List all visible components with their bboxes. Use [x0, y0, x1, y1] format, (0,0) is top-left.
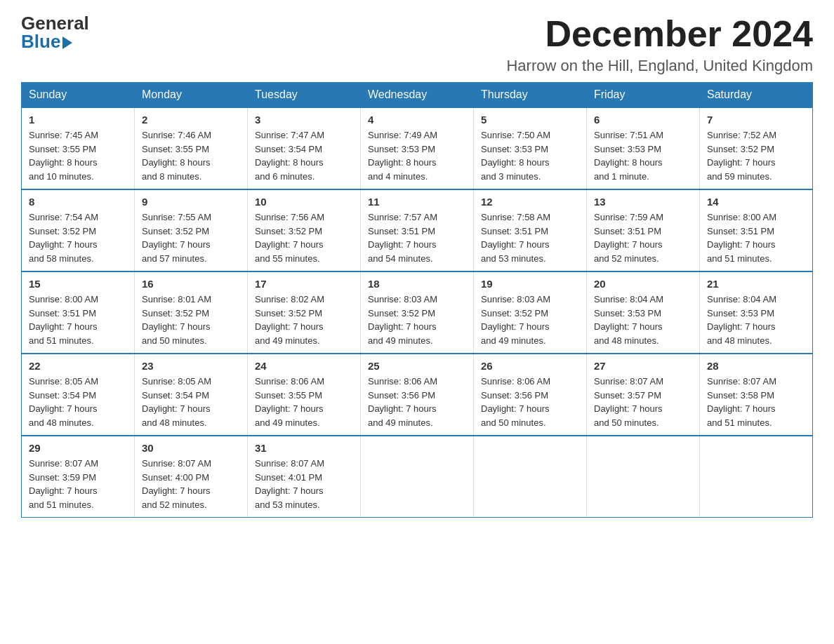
calendar-cell: 5 Sunrise: 7:50 AM Sunset: 3:53 PM Dayli… — [474, 107, 587, 189]
calendar-cell: 16 Sunrise: 8:01 AM Sunset: 3:52 PM Dayl… — [135, 271, 248, 354]
calendar-cell: 25 Sunrise: 8:06 AM Sunset: 3:56 PM Dayl… — [361, 354, 474, 436]
day-number: 26 — [481, 360, 579, 372]
weekday-header-monday: Monday — [135, 83, 248, 108]
calendar-cell: 11 Sunrise: 7:57 AM Sunset: 3:51 PM Dayl… — [361, 189, 474, 271]
day-info: Sunrise: 8:05 AM Sunset: 3:54 PM Dayligh… — [142, 375, 240, 429]
calendar-cell: 12 Sunrise: 7:58 AM Sunset: 3:51 PM Dayl… — [474, 189, 587, 271]
day-info: Sunrise: 8:06 AM Sunset: 3:56 PM Dayligh… — [481, 375, 579, 429]
day-info: Sunrise: 8:07 AM Sunset: 3:59 PM Dayligh… — [29, 457, 127, 511]
day-number: 9 — [142, 196, 240, 208]
calendar-cell: 21 Sunrise: 8:04 AM Sunset: 3:53 PM Dayl… — [700, 271, 813, 354]
calendar-cell: 7 Sunrise: 7:52 AM Sunset: 3:52 PM Dayli… — [700, 107, 813, 189]
calendar-week-row: 29 Sunrise: 8:07 AM Sunset: 3:59 PM Dayl… — [22, 436, 813, 518]
day-info: Sunrise: 7:58 AM Sunset: 3:51 PM Dayligh… — [481, 210, 579, 265]
day-info: Sunrise: 7:49 AM Sunset: 3:53 PM Dayligh… — [368, 128, 466, 183]
calendar-cell: 14 Sunrise: 8:00 AM Sunset: 3:51 PM Dayl… — [700, 189, 813, 271]
day-number: 31 — [255, 442, 353, 454]
day-info: Sunrise: 8:04 AM Sunset: 3:53 PM Dayligh… — [707, 293, 805, 347]
calendar-cell: 2 Sunrise: 7:46 AM Sunset: 3:55 PM Dayli… — [135, 107, 248, 189]
calendar-week-row: 1 Sunrise: 7:45 AM Sunset: 3:55 PM Dayli… — [22, 107, 813, 189]
title-block: December 2024 Harrow on the Hill, Englan… — [506, 14, 813, 75]
calendar-table: SundayMondayTuesdayWednesdayThursdayFrid… — [21, 82, 813, 518]
day-info: Sunrise: 8:07 AM Sunset: 4:00 PM Dayligh… — [142, 457, 240, 511]
day-info: Sunrise: 7:57 AM Sunset: 3:51 PM Dayligh… — [368, 210, 466, 265]
day-number: 2 — [142, 114, 240, 126]
day-info: Sunrise: 8:00 AM Sunset: 3:51 PM Dayligh… — [707, 210, 805, 265]
day-info: Sunrise: 7:47 AM Sunset: 3:54 PM Dayligh… — [255, 128, 353, 183]
day-info: Sunrise: 8:04 AM Sunset: 3:53 PM Dayligh… — [594, 293, 692, 347]
day-number: 7 — [707, 114, 805, 126]
day-number: 27 — [594, 360, 692, 372]
calendar-cell: 22 Sunrise: 8:05 AM Sunset: 3:54 PM Dayl… — [22, 354, 135, 436]
calendar-cell: 17 Sunrise: 8:02 AM Sunset: 3:52 PM Dayl… — [248, 271, 361, 354]
weekday-header-tuesday: Tuesday — [248, 83, 361, 108]
day-info: Sunrise: 8:03 AM Sunset: 3:52 PM Dayligh… — [481, 293, 579, 347]
calendar-cell: 9 Sunrise: 7:55 AM Sunset: 3:52 PM Dayli… — [135, 189, 248, 271]
weekday-header-wednesday: Wednesday — [361, 83, 474, 108]
day-number: 3 — [255, 114, 353, 126]
calendar-cell: 13 Sunrise: 7:59 AM Sunset: 3:51 PM Dayl… — [587, 189, 700, 271]
day-number: 25 — [368, 360, 466, 372]
day-info: Sunrise: 8:07 AM Sunset: 3:57 PM Dayligh… — [594, 375, 692, 429]
day-number: 13 — [594, 196, 692, 208]
day-number: 19 — [481, 278, 579, 290]
day-number: 14 — [707, 196, 805, 208]
calendar-cell: 4 Sunrise: 7:49 AM Sunset: 3:53 PM Dayli… — [361, 107, 474, 189]
calendar-cell: 26 Sunrise: 8:06 AM Sunset: 3:56 PM Dayl… — [474, 354, 587, 436]
day-number: 20 — [594, 278, 692, 290]
day-info: Sunrise: 8:00 AM Sunset: 3:51 PM Dayligh… — [29, 293, 127, 347]
day-number: 16 — [142, 278, 240, 290]
day-number: 4 — [368, 114, 466, 126]
calendar-week-row: 8 Sunrise: 7:54 AM Sunset: 3:52 PM Dayli… — [22, 189, 813, 271]
calendar-cell: 31 Sunrise: 8:07 AM Sunset: 4:01 PM Dayl… — [248, 436, 361, 518]
day-number: 5 — [481, 114, 579, 126]
day-number: 10 — [255, 196, 353, 208]
calendar-cell: 23 Sunrise: 8:05 AM Sunset: 3:54 PM Dayl… — [135, 354, 248, 436]
day-number: 8 — [29, 196, 127, 208]
day-info: Sunrise: 7:56 AM Sunset: 3:52 PM Dayligh… — [255, 210, 353, 265]
month-title: December 2024 — [506, 14, 813, 54]
day-info: Sunrise: 7:59 AM Sunset: 3:51 PM Dayligh… — [594, 210, 692, 265]
calendar-cell: 27 Sunrise: 8:07 AM Sunset: 3:57 PM Dayl… — [587, 354, 700, 436]
day-info: Sunrise: 8:07 AM Sunset: 3:58 PM Dayligh… — [707, 375, 805, 429]
day-number: 11 — [368, 196, 466, 208]
calendar-cell: 18 Sunrise: 8:03 AM Sunset: 3:52 PM Dayl… — [361, 271, 474, 354]
weekday-header-friday: Friday — [587, 83, 700, 108]
day-info: Sunrise: 8:07 AM Sunset: 4:01 PM Dayligh… — [255, 457, 353, 511]
day-number: 12 — [481, 196, 579, 208]
weekday-header-row: SundayMondayTuesdayWednesdayThursdayFrid… — [22, 83, 813, 108]
calendar-cell: 15 Sunrise: 8:00 AM Sunset: 3:51 PM Dayl… — [22, 271, 135, 354]
calendar-cell — [587, 436, 700, 518]
day-info: Sunrise: 8:02 AM Sunset: 3:52 PM Dayligh… — [255, 293, 353, 347]
day-info: Sunrise: 7:54 AM Sunset: 3:52 PM Dayligh… — [29, 210, 127, 265]
day-info: Sunrise: 7:45 AM Sunset: 3:55 PM Dayligh… — [29, 128, 127, 183]
day-info: Sunrise: 8:06 AM Sunset: 3:55 PM Dayligh… — [255, 375, 353, 429]
calendar-cell: 6 Sunrise: 7:51 AM Sunset: 3:53 PM Dayli… — [587, 107, 700, 189]
day-info: Sunrise: 7:46 AM Sunset: 3:55 PM Dayligh… — [142, 128, 240, 183]
day-number: 6 — [594, 114, 692, 126]
weekday-header-saturday: Saturday — [700, 83, 813, 108]
location-text: Harrow on the Hill, England, United King… — [506, 57, 813, 75]
calendar-cell: 3 Sunrise: 7:47 AM Sunset: 3:54 PM Dayli… — [248, 107, 361, 189]
calendar-week-row: 15 Sunrise: 8:00 AM Sunset: 3:51 PM Dayl… — [22, 271, 813, 354]
logo-arrow-icon — [62, 36, 72, 49]
day-info: Sunrise: 7:51 AM Sunset: 3:53 PM Dayligh… — [594, 128, 692, 183]
calendar-cell: 19 Sunrise: 8:03 AM Sunset: 3:52 PM Dayl… — [474, 271, 587, 354]
calendar-cell: 8 Sunrise: 7:54 AM Sunset: 3:52 PM Dayli… — [22, 189, 135, 271]
calendar-cell: 10 Sunrise: 7:56 AM Sunset: 3:52 PM Dayl… — [248, 189, 361, 271]
day-number: 1 — [29, 114, 127, 126]
calendar-cell — [361, 436, 474, 518]
logo-blue-text: Blue — [21, 32, 72, 51]
calendar-cell — [700, 436, 813, 518]
calendar-cell: 24 Sunrise: 8:06 AM Sunset: 3:55 PM Dayl… — [248, 354, 361, 436]
calendar-cell: 20 Sunrise: 8:04 AM Sunset: 3:53 PM Dayl… — [587, 271, 700, 354]
day-info: Sunrise: 8:05 AM Sunset: 3:54 PM Dayligh… — [29, 375, 127, 429]
calendar-cell: 1 Sunrise: 7:45 AM Sunset: 3:55 PM Dayli… — [22, 107, 135, 189]
calendar-cell: 28 Sunrise: 8:07 AM Sunset: 3:58 PM Dayl… — [700, 354, 813, 436]
logo-general-text: General — [21, 14, 89, 32]
weekday-header-sunday: Sunday — [22, 83, 135, 108]
day-number: 28 — [707, 360, 805, 372]
calendar-week-row: 22 Sunrise: 8:05 AM Sunset: 3:54 PM Dayl… — [22, 354, 813, 436]
calendar-cell: 29 Sunrise: 8:07 AM Sunset: 3:59 PM Dayl… — [22, 436, 135, 518]
day-info: Sunrise: 8:03 AM Sunset: 3:52 PM Dayligh… — [368, 293, 466, 347]
